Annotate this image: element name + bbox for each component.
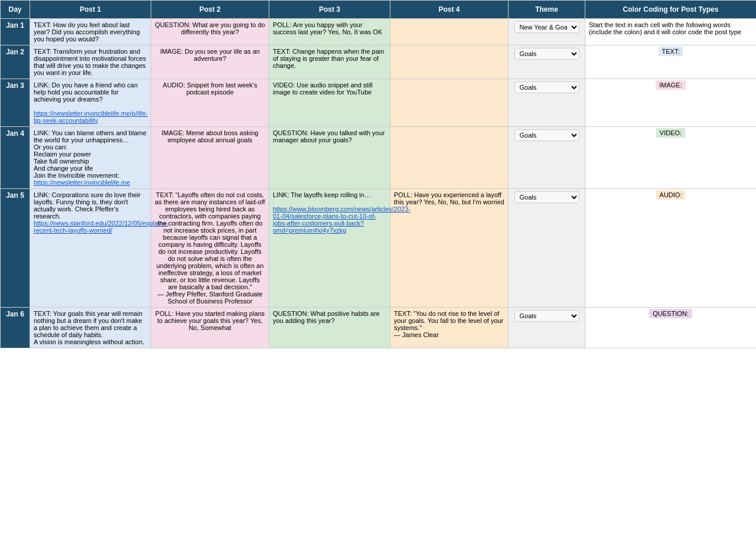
post3-cell: VIDEO: Use audio snippet and still image… <box>269 79 390 127</box>
post2-cell: AUDIO: Snippet from last week's podcast … <box>151 79 269 127</box>
day-cell: Jan 2 <box>1 45 30 79</box>
day-cell: Jan 1 <box>1 19 30 45</box>
day-cell: Jan 4 <box>1 127 30 189</box>
theme-cell: New Year & GoalsGoalsMindsetCareer <box>509 308 585 348</box>
theme-dropdown[interactable]: New Year & GoalsGoalsMindsetCareer <box>514 81 579 93</box>
post4-cell <box>390 19 509 45</box>
theme-dropdown[interactable]: New Year & GoalsGoalsMindsetCareer <box>514 21 579 33</box>
post1-cell: LINK: You can blame others and blame the… <box>30 127 151 189</box>
post4-cell <box>390 127 509 189</box>
color-code-cell: IMAGE: <box>585 79 757 127</box>
color-code-cell: Start the text in each cell with the fol… <box>585 19 757 45</box>
post3-cell: LINK: The layoffs keep rolling in…https:… <box>269 189 390 308</box>
post1-cell: LINK: Corporations sure do love their la… <box>30 189 151 308</box>
color-code-cell: QUESTION: <box>585 308 757 348</box>
link[interactable]: https://newsletter.invinciblelife.me <box>34 179 130 186</box>
post2-cell: QUESTION: What are you going to do diffe… <box>151 19 269 45</box>
post3-cell: TEXT: Change happens when the pain of st… <box>269 45 390 79</box>
color-code-label: AUDIO: <box>656 190 686 200</box>
color-code-label: TEXT: <box>659 47 683 56</box>
theme-dropdown[interactable]: New Year & GoalsGoalsMindsetCareer <box>514 310 579 322</box>
post3-cell: QUESTION: Have you talked with your mana… <box>269 127 390 189</box>
post2-cell: TEXT: "Layoffs often do not cut costs, a… <box>151 189 269 308</box>
post4-cell <box>390 45 509 79</box>
post4-cell <box>390 79 509 127</box>
day-cell: Jan 3 <box>1 79 30 127</box>
main-table: Day Post 1 Post 2 Post 3 Post 4 Theme Co… <box>0 0 756 348</box>
theme-cell: New Year & GoalsGoalsMindsetCareer <box>509 127 585 189</box>
post3-cell: QUESTION: What positive habits are you a… <box>269 308 390 348</box>
post1-cell: TEXT: How do you feel about last year? D… <box>30 19 151 45</box>
header-theme: Theme <box>509 1 585 19</box>
post2-cell: IMAGE: Meme about boss asking employee a… <box>151 127 269 189</box>
color-code-cell: TEXT: <box>585 45 757 79</box>
post1-cell: TEXT: Your goals this year will remain n… <box>30 308 151 348</box>
color-code-cell: AUDIO: <box>585 189 757 308</box>
day-cell: Jan 6 <box>1 308 30 348</box>
color-code-label: IMAGE: <box>656 80 686 90</box>
header-post3: Post 3 <box>269 1 390 19</box>
color-code-cell: VIDEO: <box>585 127 757 189</box>
theme-cell: New Year & GoalsGoalsMindsetCareer <box>509 45 585 79</box>
theme-dropdown[interactable]: New Year & GoalsGoalsMindsetCareer <box>514 129 579 141</box>
theme-cell: New Year & GoalsGoalsMindsetCareer <box>509 189 585 308</box>
link[interactable]: https://news.stanford.edu/2022/12/05/exp… <box>34 220 168 234</box>
color-code-label: VIDEO: <box>656 128 685 138</box>
theme-cell: New Year & GoalsGoalsMindsetCareer <box>509 19 585 45</box>
theme-cell: New Year & GoalsGoalsMindsetCareer <box>509 79 585 127</box>
header-color-coding: Color Coding for Post Types <box>585 1 757 19</box>
post1-cell: LINK: Do you have a friend who can help … <box>30 79 151 127</box>
theme-dropdown[interactable]: New Year & GoalsGoalsMindsetCareer <box>514 191 579 203</box>
color-code-label: QUESTION: <box>649 309 692 318</box>
post2-cell: POLL: Have you started making plans to a… <box>151 308 269 348</box>
header-post4: Post 4 <box>390 1 509 19</box>
post1-cell: TEXT: Transform your frustration and dis… <box>30 45 151 79</box>
theme-dropdown[interactable]: New Year & GoalsGoalsMindsetCareer <box>514 48 579 60</box>
header-post2: Post 2 <box>151 1 269 19</box>
day-cell: Jan 5 <box>1 189 30 308</box>
post2-cell: IMAGE: Do you see your life as an advent… <box>151 45 269 79</box>
header-day: Day <box>1 1 30 19</box>
post4-cell: TEXT: "You do not rise to the level of y… <box>390 308 509 348</box>
post3-cell: POLL: Are you happy with your success la… <box>269 19 390 45</box>
header-post1: Post 1 <box>30 1 151 19</box>
link[interactable]: https://newsletter.invinciblelife.me/p/l… <box>34 110 148 124</box>
